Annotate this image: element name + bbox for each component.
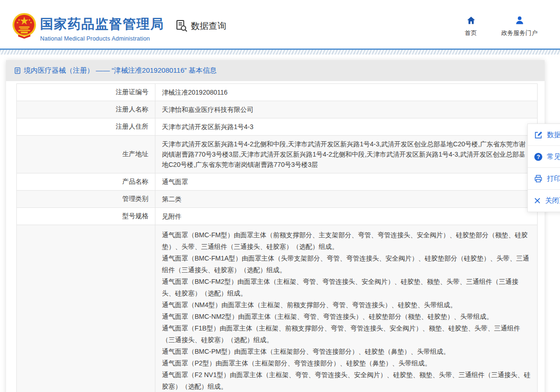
top-nav: 首页 政务服务门户 [465,15,538,37]
row-value-model-spec: 见附件 [155,208,538,225]
home-icon [466,15,476,25]
document-icon [14,67,21,74]
row-label-registrant-address: 注册人住所 [17,118,155,136]
row-value-product-name: 通气面罩 [155,173,538,191]
nav-home-label: 首页 [465,29,477,37]
composition-line: 通气面罩（BMC-FM2型）由面罩主体（主框架、弯管、弯管连接头、安全阀片）、硅… [162,276,531,299]
national-emblem-logo[interactable] [11,12,37,39]
table-row: 管理类别 第二类 [17,191,538,208]
panel-item-close[interactable]: 关闭页面 [528,190,560,212]
user-icon [515,15,525,25]
composition-line: 通气面罩（P2型）由面罩主体（主框架部分、弯管连接部分）、硅胶垫（鼻垫）、头带组… [162,358,531,369]
composition-paragraphs: 通气面罩（BMC-FM型）由面罩主体（前额支撑部分、主支架部分、弯管、弯管连接头… [155,225,538,392]
national-emblem-icon [11,12,37,39]
table-row: 通气面罩（BMC-FM型）由面罩主体（前额支撑部分、主支架部分、弯管、弯管连接头… [17,225,538,392]
composition-line: 通气面罩（F1B型）由面罩主体（主框架、前额支撑部分、弯管、弯管连接头、安全阀片… [162,323,531,346]
nav-portal[interactable]: 政务服务门户 [501,15,538,37]
panel-item-print[interactable]: 打印页面 [528,168,560,190]
panel-label: 关闭页面 [545,196,560,205]
row-value-cert-number: 津械注准20192080116 [155,84,538,101]
document-search-icon [175,20,188,32]
row-label-management-category: 管理类别 [17,191,155,208]
row-label-production-address: 生产地址 [17,136,155,173]
table-row: 注册人名称 天津怡和嘉业医疗科技有限公司 [17,101,538,118]
question-circle-icon: ? [534,152,543,161]
table-row: 注册人住所 天津市武清开发区新兴路1号4-3 [17,118,538,136]
row-value-management-category: 第二类 [155,191,538,208]
panel-label: 打印页面 [547,174,560,183]
row-label-product-name: 产品名称 [17,173,155,191]
site-title: 国家药品监督管理局 [40,15,164,33]
site-subtitle: National Medical Products Administration [40,35,164,42]
composition-line: 通气面罩（NM4型）由面罩主体（主框架、前额支撑部分、弯管、弯管连接头）、硅胶垫… [162,299,531,311]
floating-action-panel: 数据反馈 ? 常见问题 打印页面 关闭页面 [527,124,560,212]
composition-line: 通气面罩（BMC-NM2型）由面罩主体（主框架、弯管、弯管连接头）、硅胶垫部分（… [162,311,531,323]
table-row: 注册证编号 津械注准20192080116 [17,84,538,101]
row-label-model-spec: 型号规格 [17,208,155,225]
registration-info-table: 注册证编号 津械注准20192080116 注册人名称 天津怡和嘉业医疗科技有限… [16,83,538,392]
breadcrumb-bar: 境内医疗器械（注册） —— “津械注准20192080116” 基本信息 [6,60,545,81]
header-hatch-band [0,50,560,55]
composition-line: 通气面罩（BMC-PM型）由面罩主体（主框架部分、弯管连接部分）、硅胶垫（鼻垫）… [162,346,531,358]
row-label-cert-number: 注册证编号 [17,84,155,101]
svg-text:?: ? [537,153,540,160]
row-value-registrant-address: 天津市武清开发区新兴路1号4-3 [155,118,538,136]
table-row: 生产地址 天津市武清开发区新兴路1号4-2北侧和中段,天津市武清开发区新兴路1号… [17,136,538,173]
brand-block: 国家药品监督管理局 National Medical Products Admi… [40,15,164,42]
site-header: 国家药品监督管理局 National Medical Products Admi… [0,0,560,48]
nav-home[interactable]: 首页 [465,15,477,37]
panel-label: 数据反馈 [547,131,560,139]
panel-item-data-feedback[interactable]: 数据反馈 [528,124,560,146]
data-query-label: 数据查询 [191,20,226,32]
panel-item-faq[interactable]: ? 常见问题 [528,146,560,168]
row-label-registrant-name: 注册人名称 [17,101,155,118]
feedback-edit-icon [534,131,543,139]
composition-line: 通气面罩（BMC-FM1A型）由面罩主体（头带支架部分、弯管、弯管连接头、安全阀… [162,253,531,276]
composition-line: 通气面罩（BMC-FM型）由面罩主体（前额支撑部分、主支架部分、弯管、弯管连接头… [162,229,531,253]
breadcrumb: 境内医疗器械（注册） —— “津械注准20192080116” 基本信息 [24,66,217,75]
printer-icon [534,174,543,183]
close-icon [534,197,541,204]
composition-label-cell [17,225,155,392]
row-value-production-address: 天津市武清开发区新兴路1号4-2北侧和中段,天津市武清开发区新兴路1号4-3,武… [155,136,538,173]
composition-line: 通气面罩（F2 NV1型）由面罩主体（主框架、弯管、弯管连接头、安全阀片）、硅胶… [162,369,531,392]
nav-portal-label: 政务服务门户 [501,29,538,37]
row-value-registrant-name: 天津怡和嘉业医疗科技有限公司 [155,101,538,118]
content-container: 境内医疗器械（注册） —— “津械注准20192080116” 基本信息 注册证… [6,60,545,392]
table-row: 型号规格 见附件 [17,208,538,225]
table-row: 产品名称 通气面罩 [17,173,538,191]
data-query-entry[interactable]: 数据查询 [175,20,226,32]
panel-label: 常见问题 [547,152,560,161]
